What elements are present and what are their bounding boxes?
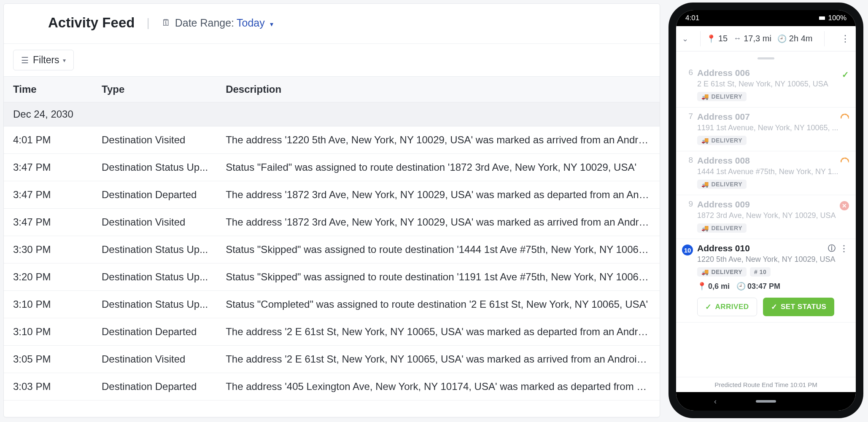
stop-item-active[interactable]: 10 Address 010 ⓘ ⋮ 1220 5th Ave, New Yor…	[676, 239, 856, 323]
cell-time: 3:47 PM	[4, 181, 92, 209]
stop-item[interactable]: 9 Address 009 1872 3rd Ave, New York, NY…	[676, 195, 856, 239]
truck-icon: 🚚	[701, 181, 709, 188]
date-range-picker[interactable]: Today ▾	[234, 17, 273, 29]
table-row[interactable]: 3:47 PM Destination Visited The address …	[4, 209, 660, 236]
date-group-label: Dec 24, 2030	[4, 102, 660, 126]
clock-icon: 🕘	[736, 282, 746, 290]
clock-icon: 🕘	[777, 34, 787, 43]
arrived-button[interactable]: ✓ ARRIVED	[697, 298, 757, 316]
route-duration: 🕘 2h 4m	[777, 34, 813, 43]
cell-desc: The address '1872 3rd Ave, New York, NY …	[216, 209, 660, 236]
col-desc-header[interactable]: Description	[216, 77, 660, 102]
stop-address: 1444 1st Avenue #75th, New York, NY 1...	[697, 167, 848, 176]
stop-item[interactable]: 8 Address 008 1444 1st Avenue #75th, New…	[676, 151, 856, 195]
stop-title: Address 009	[697, 199, 750, 210]
route-distance: ↔ 17,3 mi	[733, 34, 771, 43]
table-row[interactable]: 3:10 PM Destination Departed The address…	[4, 318, 660, 346]
info-button[interactable]: ⓘ	[828, 243, 836, 253]
cell-desc: Status "Skipped" was assigned to route d…	[216, 236, 660, 263]
stop-address: 1220 5th Ave, New York, NY 10029, USA	[697, 255, 848, 264]
phone-screen: 4:01 100% ⌄ 📍 15 ↔ 17,3 mi 🕘 2h 4m ⋮	[676, 10, 856, 411]
home-pill[interactable]	[756, 400, 776, 403]
stop-item[interactable]: 7 Address 007 1191 1st Avenue, New York,…	[676, 108, 856, 151]
arrived-label: ARRIVED	[715, 303, 749, 311]
cell-type: Destination Status Up...	[92, 263, 216, 291]
table-row[interactable]: 3:05 PM Destination Visited The address …	[4, 346, 660, 373]
statusbar-battery: 100%	[828, 14, 846, 22]
truck-icon: 🚚	[701, 225, 709, 231]
distance-icon: ↔	[733, 34, 741, 43]
cell-time: 4:01 PM	[4, 126, 92, 154]
cell-type: Destination Departed	[92, 373, 216, 400]
cell-desc: Status "Failed" was assigned to route de…	[216, 154, 660, 181]
stop-address: 1191 1st Avenue, New York, NY 10065, ...	[697, 124, 848, 132]
cell-desc: The address '2 E 61st St, New York, NY 1…	[216, 346, 660, 373]
back-button[interactable]: ‹	[714, 397, 717, 406]
stop-title: Address 010	[697, 243, 750, 253]
status-skipped-icon	[841, 113, 849, 118]
stops-list[interactable]: 6 Address 006 2 E 61st St, New York, NY …	[676, 51, 856, 377]
delivery-tag: 🚚DELIVERY	[697, 180, 747, 189]
cell-desc: The address '2 E 61st St, New York, NY 1…	[216, 318, 660, 346]
cell-desc: The address '405 Lexington Ave, New York…	[216, 373, 660, 400]
table-row[interactable]: 3:47 PM Destination Departed The address…	[4, 181, 660, 209]
check-icon: ✓	[705, 302, 712, 312]
truck-icon: 🚚	[701, 269, 709, 275]
stop-title: Address 007	[697, 112, 750, 122]
stop-number: 7	[682, 112, 697, 145]
set-status-button[interactable]: ✓ SET STATUS	[763, 298, 835, 316]
statusbar-time: 4:01	[685, 14, 699, 22]
cell-time: 3:03 PM	[4, 373, 92, 400]
stop-item[interactable]: 6 Address 006 2 E 61st St, New York, NY …	[676, 64, 856, 108]
table-row[interactable]: 3:10 PM Destination Status Up... Status …	[4, 291, 660, 318]
sequence-tag: # 10	[750, 267, 771, 277]
cell-time: 3:20 PM	[4, 263, 92, 291]
divider	[824, 31, 825, 46]
table-row[interactable]: 4:01 PM Destination Visited The address …	[4, 126, 660, 154]
page-title: Activity Feed	[48, 15, 135, 31]
check-icon: ✓	[771, 302, 778, 312]
status-done-icon: ✓	[842, 70, 849, 80]
cell-time: 3:10 PM	[4, 291, 92, 318]
stop-number: 6	[682, 68, 697, 101]
table-row[interactable]: 3:03 PM Destination Departed The address…	[4, 373, 660, 400]
delivery-tag: 🚚DELIVERY	[697, 136, 747, 145]
stop-menu-button[interactable]: ⋮	[840, 243, 848, 253]
col-type-header[interactable]: Type	[92, 77, 216, 102]
filters-button[interactable]: ☰ Filters ▾	[13, 50, 74, 70]
cell-time: 3:05 PM	[4, 346, 92, 373]
cell-desc: Status "Completed" was assigned to route…	[216, 291, 660, 318]
pin-icon: 📍	[697, 282, 706, 290]
status-failed-icon: ✕	[840, 201, 849, 210]
cell-desc: The address '1220 5th Ave, New York, NY …	[216, 126, 660, 154]
truck-icon: 🚚	[701, 137, 709, 144]
drag-handle[interactable]	[757, 57, 774, 59]
stop-title: Address 008	[697, 156, 750, 166]
col-time-header[interactable]: Time	[4, 77, 92, 102]
stop-title: Address 006	[697, 68, 750, 78]
collapse-button[interactable]: ⌄	[682, 34, 688, 43]
route-summary-bar: ⌄ 📍 15 ↔ 17,3 mi 🕘 2h 4m ⋮	[676, 26, 856, 51]
stop-number: 9	[682, 199, 697, 233]
chevron-down-icon: ▾	[270, 20, 273, 28]
date-group-row: Dec 24, 2030	[4, 102, 660, 126]
table-row[interactable]: 3:30 PM Destination Status Up... Status …	[4, 236, 660, 263]
route-duration-value: 2h 4m	[789, 34, 813, 43]
cell-desc: Status "Skipped" was assigned to route d…	[216, 263, 660, 291]
cell-type: Destination Status Up...	[92, 291, 216, 318]
table-row[interactable]: 3:47 PM Destination Status Up... Status …	[4, 154, 660, 181]
divider	[700, 31, 701, 46]
filter-icon: ☰	[21, 55, 29, 65]
battery-icon	[819, 16, 825, 20]
stop-eta: 03:47 PM	[747, 282, 780, 290]
divider: |	[146, 16, 149, 30]
route-menu-button[interactable]: ⋮	[841, 33, 850, 44]
delivery-tag: 🚚DELIVERY	[697, 267, 747, 277]
stop-meta: 📍0,6 mi 🕘03:47 PM	[697, 282, 848, 291]
cell-time: 3:10 PM	[4, 318, 92, 346]
stop-badge: 10	[682, 245, 693, 255]
delivery-tag: 🚚DELIVERY	[697, 223, 747, 233]
table-row[interactable]: 3:20 PM Destination Status Up... Status …	[4, 263, 660, 291]
cell-type: Destination Departed	[92, 181, 216, 209]
cell-desc: The address '1872 3rd Ave, New York, NY …	[216, 181, 660, 209]
